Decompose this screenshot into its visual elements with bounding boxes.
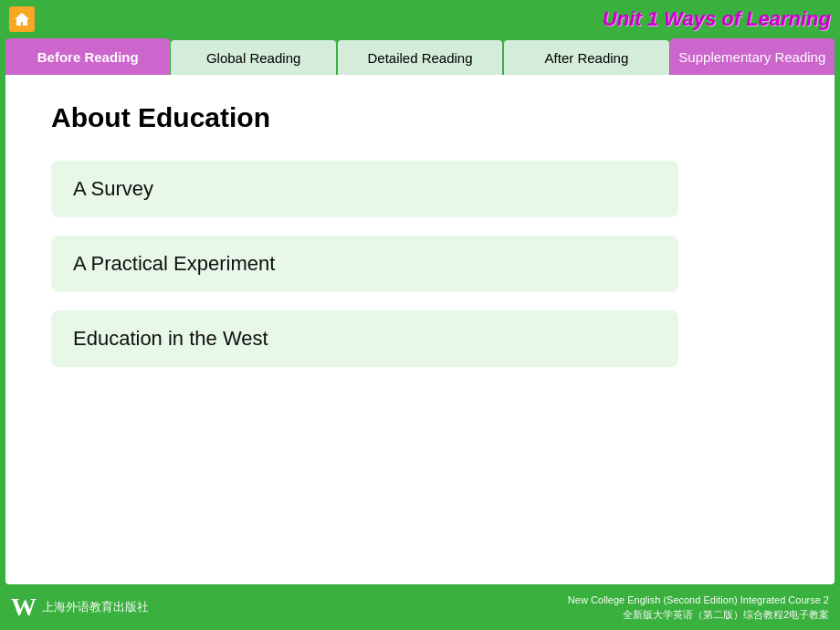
- footer-info-line2: 全新版大学英语（第二版）综合教程2电子教案: [568, 607, 829, 623]
- top-bar: Unit 1 Ways of Learning: [0, 0, 840, 38]
- publisher-logo: W 上海外语教育出版社: [11, 593, 149, 622]
- unit-title: Unit 1 Ways of Learning: [603, 7, 831, 31]
- tab-detailed-reading[interactable]: Detailed Reading: [338, 40, 502, 75]
- list-item-practical-experiment[interactable]: A Practical Experiment: [51, 236, 678, 292]
- page-title: About Education: [51, 102, 789, 133]
- bottom-bar: W 上海外语教育出版社 New College English (Second …: [0, 584, 840, 630]
- list-item-education-west[interactable]: Education in the West: [51, 310, 678, 367]
- footer-info-line1: New College English (Second Edition) Int…: [568, 593, 829, 608]
- nav-tabs: Before Reading Global Reading Detailed R…: [5, 38, 835, 75]
- list-item-survey[interactable]: A Survey: [51, 161, 678, 217]
- publisher-w-icon: W: [11, 593, 37, 622]
- tab-after-reading[interactable]: After Reading: [504, 40, 668, 75]
- main-content: About Education A Survey A Practical Exp…: [5, 75, 835, 584]
- tab-supplementary-reading[interactable]: Supplementary Reading: [670, 38, 835, 75]
- tab-before-reading[interactable]: Before Reading: [5, 38, 170, 75]
- home-icon[interactable]: [9, 6, 35, 32]
- tab-global-reading[interactable]: Global Reading: [171, 40, 335, 75]
- footer-info: New College English (Second Edition) Int…: [568, 593, 829, 623]
- publisher-text: 上海外语教育出版社: [42, 599, 149, 615]
